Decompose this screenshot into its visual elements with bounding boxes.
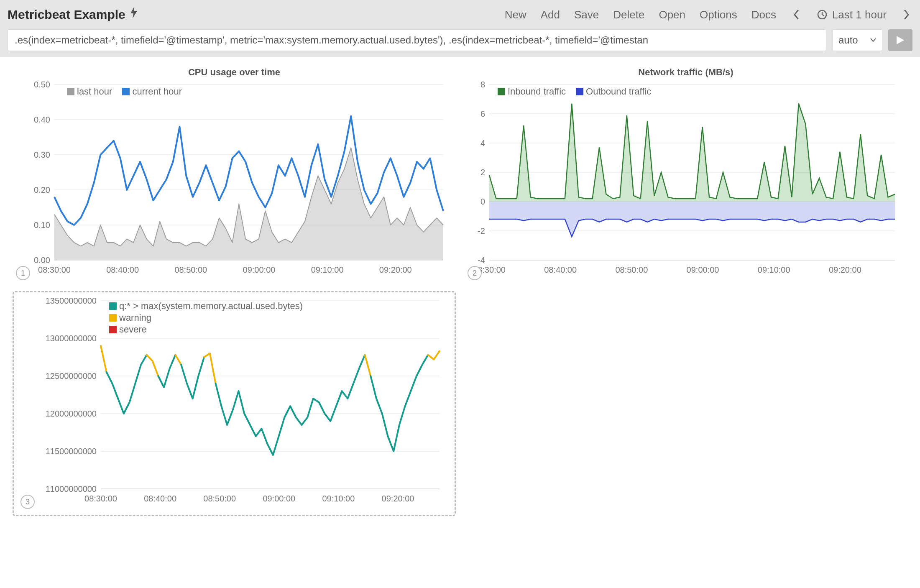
panel-network[interactable]: Network traffic (MB/s) -4-20246808:30:00… [464, 67, 907, 283]
time-range-label: Last 1 hour [832, 8, 887, 21]
chevron-left-icon[interactable] [790, 10, 802, 20]
svg-text:08:50:00: 08:50:00 [615, 265, 648, 274]
svg-text:09:20:00: 09:20:00 [379, 265, 412, 274]
top-bar: Metricbeat Example New Add Save Delete O… [0, 0, 920, 29]
svg-text:08:50:00: 08:50:00 [174, 265, 207, 274]
swatch-icon [109, 302, 117, 310]
menu-delete[interactable]: Delete [613, 8, 644, 21]
chart-network: -4-20246808:30:0008:40:0008:50:0009:00:0… [464, 80, 907, 283]
svg-text:09:20:00: 09:20:00 [829, 265, 861, 274]
panel-memory[interactable]: 1100000000011500000000120000000001250000… [13, 291, 456, 516]
panel-cpu[interactable]: CPU usage over time 0.000.100.200.300.40… [13, 67, 456, 283]
svg-text:0.30: 0.30 [34, 150, 50, 159]
svg-text:09:00:00: 09:00:00 [687, 265, 719, 274]
chart-memory: 1100000000011500000000120000000001250000… [17, 297, 451, 511]
svg-text:0: 0 [480, 197, 485, 206]
legend-memory: q:* > max(system.memory.actual.used.byte… [109, 301, 303, 335]
panel-badge: 3 [20, 495, 35, 509]
panel-network-title: Network traffic (MB/s) [464, 67, 907, 78]
svg-text:09:00:00: 09:00:00 [263, 494, 295, 503]
svg-text:09:10:00: 09:10:00 [311, 265, 344, 274]
page-title: Metricbeat Example [8, 8, 125, 22]
legend-item: severe [109, 324, 147, 335]
svg-text:08:50:00: 08:50:00 [203, 494, 236, 503]
clock-icon [816, 10, 828, 20]
svg-text:2: 2 [480, 168, 485, 177]
legend-cpu: last hour current hour [67, 86, 182, 97]
swatch-icon [498, 88, 505, 95]
svg-text:12000000000: 12000000000 [46, 409, 97, 418]
svg-text:0.40: 0.40 [34, 115, 50, 124]
chart-cpu: 0.000.100.200.300.400.5008:30:0008:40:00… [13, 80, 456, 283]
query-input[interactable] [8, 29, 826, 51]
svg-text:11000000000: 11000000000 [46, 484, 97, 493]
svg-text:13500000000: 13500000000 [46, 297, 97, 305]
svg-text:12500000000: 12500000000 [46, 371, 97, 381]
query-bar: auto [0, 29, 920, 57]
menu-docs[interactable]: Docs [751, 8, 776, 21]
time-range-picker[interactable]: Last 1 hour [816, 8, 887, 21]
swatch-icon [67, 88, 74, 95]
menu-save[interactable]: Save [574, 8, 599, 21]
svg-text:6: 6 [480, 109, 485, 118]
svg-text:08:40:00: 08:40:00 [144, 494, 176, 503]
panel-cpu-title: CPU usage over time [13, 67, 456, 78]
caret-down-icon [870, 38, 876, 42]
svg-text:0.00: 0.00 [34, 256, 50, 265]
svg-text:0.20: 0.20 [34, 185, 50, 194]
legend-item: current hour [122, 86, 182, 97]
legend-item: last hour [67, 86, 112, 97]
legend-item: q:* > max(system.memory.actual.used.byte… [109, 301, 303, 312]
svg-text:4: 4 [480, 138, 485, 148]
play-button[interactable] [888, 29, 912, 51]
menu-new[interactable]: New [505, 8, 526, 21]
svg-text:11500000000: 11500000000 [46, 447, 97, 456]
interval-select[interactable]: auto [832, 29, 882, 51]
svg-text:08:30:00: 08:30:00 [38, 265, 71, 274]
swatch-icon [109, 314, 117, 322]
menu-open[interactable]: Open [659, 8, 685, 21]
menu-options[interactable]: Options [700, 8, 737, 21]
svg-text:13000000000: 13000000000 [46, 334, 97, 343]
svg-text:09:20:00: 09:20:00 [382, 494, 414, 503]
svg-text:08:40:00: 08:40:00 [544, 265, 577, 274]
svg-text:8: 8 [480, 80, 485, 89]
page-title-wrap: Metricbeat Example [8, 8, 138, 22]
legend-item: Outbound traffic [576, 86, 651, 97]
legend-item: warning [109, 312, 151, 323]
swatch-icon [122, 88, 130, 95]
chevron-right-icon[interactable] [901, 10, 912, 20]
legend-network: Inbound traffic Outbound traffic [498, 86, 651, 97]
svg-text:09:10:00: 09:10:00 [322, 494, 355, 503]
svg-text:0.10: 0.10 [34, 220, 50, 230]
svg-text:09:10:00: 09:10:00 [758, 265, 790, 274]
svg-text:0.50: 0.50 [34, 80, 50, 89]
menu-add[interactable]: Add [541, 8, 560, 21]
svg-text:08:40:00: 08:40:00 [106, 265, 139, 274]
legend-item: Inbound traffic [498, 86, 566, 97]
svg-text:08:30:00: 08:30:00 [84, 494, 117, 503]
panel-badge: 1 [16, 266, 30, 280]
chart-grid: CPU usage over time 0.000.100.200.300.40… [0, 57, 920, 526]
play-icon [896, 35, 905, 45]
swatch-icon [109, 326, 117, 333]
interval-label: auto [838, 34, 858, 46]
top-menu: New Add Save Delete Open Options Docs La… [505, 8, 912, 21]
swatch-icon [576, 88, 583, 95]
svg-text:09:00:00: 09:00:00 [243, 265, 276, 274]
svg-text:-4: -4 [478, 256, 485, 265]
lightning-icon [130, 7, 138, 21]
svg-text:-2: -2 [478, 226, 485, 235]
panel-badge: 2 [468, 266, 482, 280]
